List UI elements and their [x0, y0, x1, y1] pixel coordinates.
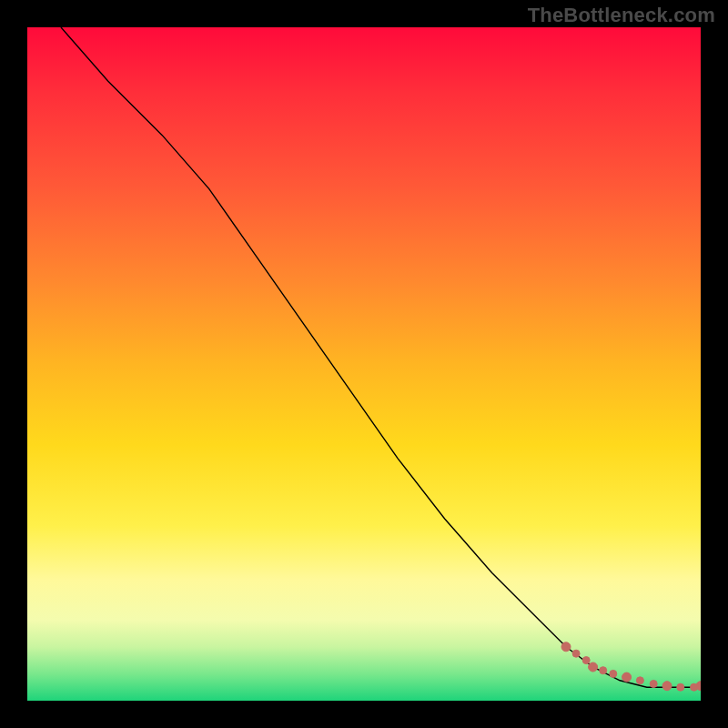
scatter-dot [610, 670, 617, 677]
scatter-dot [561, 642, 571, 652]
scatter-dot [582, 657, 590, 664]
chart-overlay [27, 27, 701, 701]
plot-area [27, 27, 701, 701]
watermark-text: TheBottleneck.com [528, 4, 715, 27]
scatter-dot [636, 677, 643, 684]
scatter-dot [677, 683, 684, 691]
scatter-dot [662, 682, 672, 691]
scatter-dot [622, 672, 632, 682]
scatter-dot [589, 662, 598, 672]
chart-stage: TheBottleneck.com [0, 0, 728, 728]
scatter-dot [600, 667, 607, 674]
bottleneck-curve [61, 27, 701, 687]
scatter-dot [650, 681, 657, 688]
scatter-dot [572, 650, 580, 657]
